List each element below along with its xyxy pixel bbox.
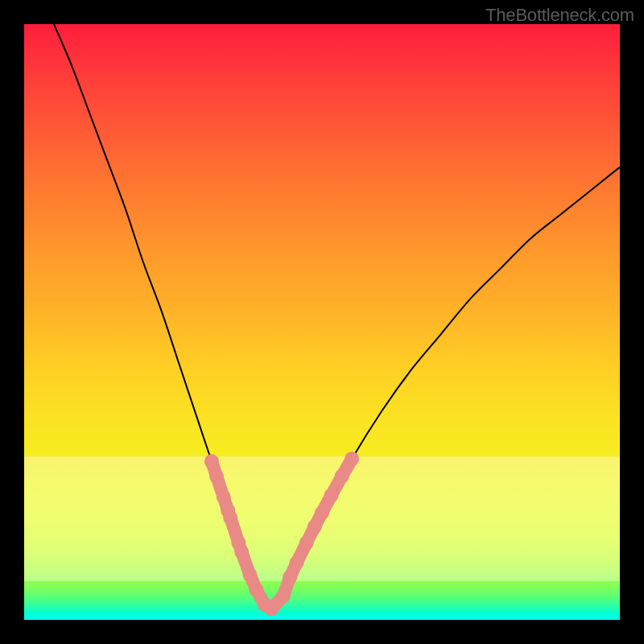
bead-marker (335, 469, 349, 483)
bead-marker (209, 469, 224, 484)
bead-marker (217, 490, 231, 505)
bead-marker (264, 601, 279, 616)
bead-marker (223, 511, 237, 526)
curve-svg (24, 24, 620, 620)
bead-marker (299, 536, 314, 551)
bead-marker (249, 582, 263, 597)
bottleneck-curve (54, 24, 620, 609)
bead-marker (276, 588, 291, 603)
bead-marker (204, 454, 219, 469)
bead-marker (324, 488, 339, 502)
bead-marker (283, 570, 297, 584)
bead-marker (315, 506, 329, 520)
bead-marker (234, 545, 249, 559)
bead-marker (290, 555, 304, 570)
plot-area (24, 24, 620, 620)
watermark-text: TheBottleneck.com (485, 5, 634, 26)
bead-marker (345, 452, 359, 466)
bead-marker (242, 568, 257, 582)
bead-markers (204, 452, 359, 616)
bead-marker (308, 520, 322, 535)
